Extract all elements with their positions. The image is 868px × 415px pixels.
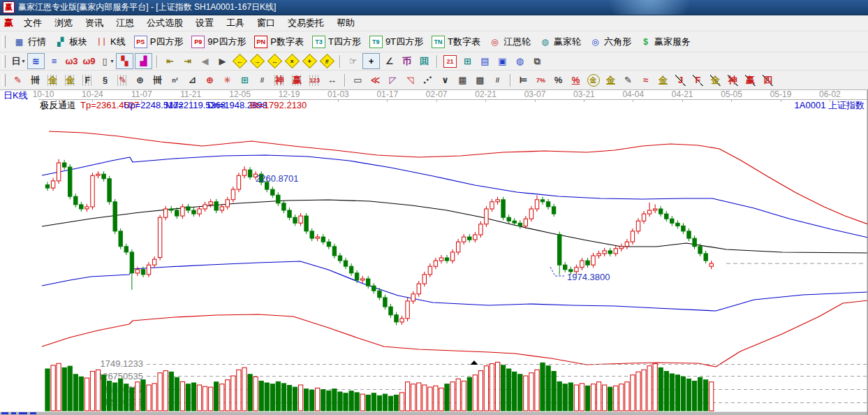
menu-item-文件[interactable]: 文件 [17,15,48,31]
tool-workstation[interactable]: ⧉ [529,54,545,68]
menu-item-交易委托[interactable]: 交易委托 [281,15,330,31]
tool-zoom-x-diamond[interactable]: × [284,54,300,68]
tool-ink-pen[interactable]: ✎ [620,73,636,87]
toolbar-grip[interactable] [2,74,6,87]
tool-spiral-tool[interactable]: § [97,73,113,87]
tool-trend-angles[interactable]: ⋰ [420,73,436,87]
tool-zoom-right-diamond[interactable]: → [249,54,265,68]
toolbar-button-gann-wheel[interactable]: ◎江恩轮 [485,34,535,50]
tool-price-ladder[interactable]: ⊨ [515,73,531,87]
tool-gold-circle[interactable]: 金 [585,73,601,87]
toolbar-button-9t-square[interactable]: T99T四方形 [365,34,427,50]
toolbar-button-p-number-table[interactable]: PNP数字表 [250,34,308,50]
tool-ying-grid[interactable]: 赢 [289,73,305,87]
tool-gann-circle[interactable]: ⊕ [132,73,148,87]
tool-info-document[interactable]: ≡ [46,54,62,68]
toolbar-button-t-number-table[interactable]: TNT数字表 [427,34,485,50]
toolbar-button-9p-square[interactable]: P99P四方形 [187,34,250,50]
tool-wave-line[interactable]: ≈ [638,73,654,87]
tool-box-star[interactable]: ⊞ [237,73,253,87]
tool-gold-line[interactable]: 金 [603,73,619,87]
tool-brush-red[interactable]: ✎ [10,73,26,87]
tool-brush-grid[interactable]: ✎ [115,73,131,87]
tool-crosshair-tool[interactable]: + [362,53,380,69]
kline-chart-svg[interactable]: 10-1010-2411-0711-2112-0512-1901-0301-17… [0,90,868,415]
tool-zoom-h-diamond[interactable]: ↔ [267,54,283,68]
menu-item-工具[interactable]: 工具 [220,15,251,31]
tool-j-slope[interactable]: J [672,73,689,87]
tool-next-bar[interactable]: ▶ [214,54,230,68]
window-titlebar[interactable]: 赢 赢家江恩专业版[赢家内部服务平台] - [上证指数 SH1A0001-167… [0,0,868,15]
menu-item-帮助[interactable]: 帮助 [330,15,361,31]
chart-area[interactable]: 10-1010-2411-0711-2112-0512-1901-0301-17… [0,89,868,415]
menu-item-浏览[interactable]: 浏览 [48,15,79,31]
tool-grid-dense[interactable]: ▦ [455,73,471,87]
tool-shen-slope[interactable]: 神 [725,73,741,87]
tool-zoom-left-diamond[interactable]: ← [232,54,248,68]
tool-gold-slope[interactable]: 金 [707,73,723,87]
tool-zoom-grid-diamond[interactable]: # [319,54,335,68]
tool-wave-9[interactable]: ω9 [81,54,97,68]
tool-percent[interactable]: % [550,73,566,87]
tool-volume-histogram[interactable]: ▟ [135,53,152,69]
tool-gann-tool-purple[interactable]: 币 [399,54,415,68]
tool-f-slope[interactable]: F [690,73,706,87]
tool-last-bar[interactable]: ⇥ [179,54,196,68]
symbol-label[interactable]: 1A0001 上证指数 [795,100,865,110]
menu-item-公式选股[interactable]: 公式选股 [140,15,189,31]
toolbar-button-winner-wheel[interactable]: ◍赢家轮 [535,34,585,50]
toolbar-grip[interactable] [2,55,6,68]
tool-grid-comb-2[interactable]: 卌 [149,73,165,87]
tool-angle-mirror[interactable]: ⊿ [184,73,200,87]
tool-n-squared[interactable]: n² [167,73,183,87]
tool-compress-kline[interactable]: ≋ [27,53,45,69]
tool-candle-style[interactable]: ▯▾ [98,54,115,68]
tool-ying-slope[interactable]: 赢 [742,73,758,87]
tool-pattern-tool-teal[interactable]: 囬 [416,54,432,68]
tool-grid-dense-2[interactable]: ▩ [472,73,488,87]
tool-first-bar[interactable]: ⇤ [162,54,178,68]
tool-gold-grid-1[interactable]: 金 [45,73,61,87]
toolbar-button-winner-service[interactable]: $赢家服务 [635,34,695,50]
tool-save[interactable]: ▣ [494,54,510,68]
tool-f-grid[interactable]: F [80,73,96,87]
tool-grid-comb[interactable]: 卌 [27,73,43,87]
toolbar-grip[interactable] [2,36,6,48]
menu-item-设置[interactable]: 设置 [189,15,220,31]
tool-parallel-slash[interactable]: // [490,73,506,87]
toolbar-button-p-square[interactable]: PSP四方形 [130,34,188,50]
tool-circle-cross[interactable]: ⊕ [202,73,218,87]
tool-pair-lines[interactable]: // [254,73,270,87]
toolbar-button-t-square[interactable]: T3T四方形 [308,34,365,50]
tool-zoom-plus-diamond[interactable]: + [302,54,318,68]
tool-pattern-red[interactable]: ▚ [116,53,133,69]
tool-calculator[interactable]: ⊞ [459,54,476,68]
tool-gold-line-2[interactable]: 金 [655,73,671,87]
tool-prev-bar[interactable]: ◀ [197,54,213,68]
tool-hand-tool[interactable]: ☞ [345,54,361,68]
tool-box-select[interactable]: ▭ [350,73,366,87]
toolbar-button-quotes[interactable]: ▦行情 [9,34,50,50]
tool-export-globe[interactable]: ◍ [512,54,528,68]
tool-ruler-123[interactable]: 123 [307,73,323,87]
toolbar-button-kline[interactable]: ᛁᛁK线 [91,34,130,50]
tool-period-selector[interactable]: 日▾ [10,54,26,68]
tool-wave-3[interactable]: ω3 [64,54,80,68]
tool-calendar[interactable]: 21 [442,54,458,68]
menu-item-窗口[interactable]: 窗口 [251,15,281,31]
tool-percent-angle[interactable]: 7% [533,73,549,87]
tool-star-grid[interactable]: ✳ [219,73,235,87]
tool-fan-box-red[interactable]: ◹ [402,73,418,87]
tool-fan-box-purple[interactable]: ◸ [385,73,401,87]
tool-angle-measure[interactable]: ∠ [381,54,397,68]
toolbar-button-sectors[interactable]: ▞板块 [50,34,91,50]
tool-si-slope[interactable]: 四 [760,73,776,87]
tool-percent-line[interactable]: % [568,73,584,87]
tool-gold-grid-2[interactable]: 金 [62,73,78,87]
tool-fan-lines-red[interactable]: ≪ [367,73,383,87]
menu-item-江恩[interactable]: 江恩 [110,15,140,31]
tool-notes[interactable]: ▤ [477,54,493,68]
tool-v-bottom[interactable]: ∨ [437,73,453,87]
tool-span-arrows[interactable]: ↔ [324,73,340,87]
menu-item-资讯[interactable]: 资讯 [79,15,110,31]
